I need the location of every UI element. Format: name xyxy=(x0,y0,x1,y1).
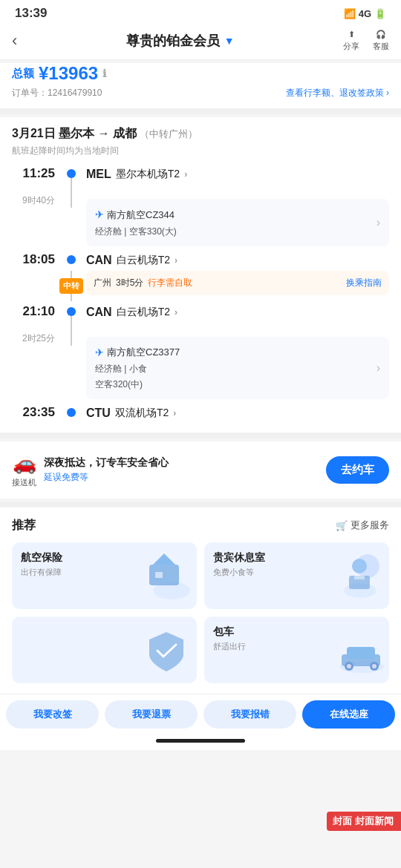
airport-mel[interactable]: MEL 墨尔本机场T2 › xyxy=(86,166,389,181)
dropdown-icon[interactable]: ▼ xyxy=(224,35,235,47)
total-amount-row: 总额 ¥13963 ℹ xyxy=(12,63,389,84)
recommend-card-lounge[interactable]: 贵宾休息室 免费小食等 xyxy=(204,542,389,609)
svg-rect-3 xyxy=(155,572,163,578)
share-button[interactable]: ⬆ 分享 xyxy=(343,30,359,52)
nav-actions: ⬆ 分享 🎧 客服 xyxy=(343,30,389,52)
car-title: 深夜抵达，订专车安全省心 xyxy=(44,456,319,470)
flight-row-cz3377: 2时25分 ✈ 南方航空CZ3377 经济舱 | 小食 空客320(中) › xyxy=(12,331,389,406)
select-seat-button[interactable]: 在线选座 xyxy=(302,700,395,729)
more-services-link[interactable]: 🛒 更多服务 xyxy=(336,519,389,532)
airline-icon2: ✈ xyxy=(95,344,104,362)
network-type: 4G xyxy=(359,8,371,19)
timeline-row-can1: 18:05 CAN 白云机场T2 › xyxy=(12,252,389,267)
flight-timeline: 11:25 MEL 墨尔本机场T2 › 9时40分 xyxy=(12,166,389,421)
car-illustration xyxy=(336,634,388,682)
insurance-illustration xyxy=(134,550,194,609)
airline-icon: ✈ xyxy=(95,206,104,224)
battery-icon: 🔋 xyxy=(374,8,386,19)
timeline-row-can2: 21:10 CAN 白云机场T2 › xyxy=(12,304,389,331)
departure-time-mel: 11:25 xyxy=(12,166,55,181)
car-icon-wrap: 🚗 接送机 xyxy=(12,452,36,488)
status-time: 13:39 xyxy=(15,6,47,21)
order-number: 订单号：12416479910 xyxy=(12,87,102,99)
route-section: 3月21日 墨尔本 → 成都 （中转广州） 航班起降时间均为当地时间 11:25… xyxy=(0,117,401,433)
home-indicator xyxy=(0,734,401,750)
share-icon: ⬆ xyxy=(348,30,355,39)
transfer-badge: 中转 xyxy=(59,278,83,294)
timeline-dot-mel xyxy=(67,169,76,178)
lounge-illustration xyxy=(334,550,386,609)
info-icon[interactable]: ℹ xyxy=(102,68,106,79)
svg-marker-2 xyxy=(153,553,175,565)
order-info-row: 订单号：12416479910 查看行李额、退改签政策 › xyxy=(12,87,389,99)
recommend-card-insurance[interactable]: 航空保险 出行有保障 xyxy=(12,542,197,609)
recommend-grid: 航空保险 出行有保障 贵宾休息室 免费小食等 xyxy=(12,542,389,683)
flight-card-cz344[interactable]: ✈ 南方航空CZ344 经济舱 | 空客330(大) › xyxy=(86,199,389,246)
status-icons: 📶 4G 🔋 xyxy=(344,8,386,19)
svg-rect-8 xyxy=(354,576,365,579)
home-bar xyxy=(156,739,245,743)
car-text: 深夜抵达，订专车安全省心 延误免费等 xyxy=(44,456,319,484)
duration-cz344: 9时40分 xyxy=(12,194,55,207)
change-ticket-button[interactable]: 我要改签 xyxy=(6,700,99,729)
airport-can2[interactable]: CAN 白云机场T2 › xyxy=(86,304,389,319)
airport-ctu[interactable]: CTU 双流机场T2 › xyxy=(86,405,389,420)
transfer-info: 广州 3时5分 行李需自取 换乘指南 xyxy=(86,271,389,295)
report-error-button[interactable]: 我要报错 xyxy=(203,700,296,729)
flight-card2-arrow: › xyxy=(376,361,380,375)
timeline-row-ctu: 23:35 CTU 双流机场T2 › xyxy=(12,405,389,420)
svg-point-7 xyxy=(352,559,367,573)
policy-link[interactable]: 查看行李额、退改签政策 › xyxy=(286,87,389,99)
car-section: 🚗 接送机 深夜抵达，订专车安全省心 延误免费等 去约车 xyxy=(0,441,401,499)
duration-cz3377: 2时25分 xyxy=(12,332,55,345)
svg-point-15 xyxy=(372,664,376,668)
recommend-title: 推荐 xyxy=(12,518,36,533)
nav-title: 尊贵的铂金会员 ▼ xyxy=(126,32,235,50)
recommend-card-shield[interactable] xyxy=(12,617,197,683)
timeline-dot-ctu xyxy=(67,408,76,417)
arrival-time-ctu: 23:35 xyxy=(12,405,55,420)
bottom-bar: 我要改签 我要退票 我要报错 在线选座 xyxy=(0,694,401,734)
airport-can1[interactable]: CAN 白云机场T2 › xyxy=(86,252,389,267)
flight-card-cz3377[interactable]: ✈ 南方航空CZ3377 经济舱 | 小食 空客320(中) › xyxy=(86,337,389,400)
watermark-prefix: 封面 xyxy=(333,815,352,828)
transfer-guide-link[interactable]: 换乘指南 xyxy=(346,277,382,289)
timeline-row-mel: 11:25 MEL 墨尔本机场T2 › xyxy=(12,166,389,193)
service-button[interactable]: 🎧 客服 xyxy=(373,30,389,52)
car-subtitle: 延误免费等 xyxy=(44,471,319,484)
timeline-dot-can2 xyxy=(67,307,76,316)
total-label: 总额 xyxy=(12,67,34,81)
cart-icon: 🛒 xyxy=(336,520,348,531)
recommend-card-charter[interactable]: 包车 舒适出行 xyxy=(204,617,389,683)
back-button[interactable]: ‹ xyxy=(12,31,17,50)
arrival-time-can1: 18:05 xyxy=(12,252,55,267)
car-label: 接送机 xyxy=(12,477,36,488)
watermark-suffix: 封面新闻 xyxy=(355,815,394,828)
nav-bar: ‹ 尊贵的铂金会员 ▼ ⬆ 分享 🎧 客服 xyxy=(0,24,401,60)
departure-time-can2: 21:10 xyxy=(12,304,55,319)
transfer-block: 中转 广州 3时5分 行李需自取 换乘指南 xyxy=(12,271,389,301)
total-value: ¥13963 xyxy=(39,63,98,84)
recommend-header: 推荐 🛒 更多服务 xyxy=(12,518,389,533)
car-icon: 🚗 xyxy=(13,452,36,475)
book-car-button[interactable]: 去约车 xyxy=(326,456,389,484)
svg-rect-1 xyxy=(149,565,179,585)
refund-ticket-button[interactable]: 我要退票 xyxy=(105,700,198,729)
order-summary: 总额 ¥13963 ℹ 订单号：12416479910 查看行李额、退改签政策 … xyxy=(0,63,401,108)
recommend-section: 推荐 🛒 更多服务 航空保险 出行有保障 贵宾休息室 免费小食等 xyxy=(0,507,401,694)
flight-card-arrow: › xyxy=(376,216,380,229)
watermark: 封面 封面新闻 xyxy=(327,812,401,831)
flight-row-cz344: 9时40分 ✈ 南方航空CZ344 经济舱 | 空客330(大) › xyxy=(12,193,389,252)
timeline-dot-can1 xyxy=(67,255,76,264)
status-bar: 13:39 📶 4G 🔋 xyxy=(0,0,401,24)
route-note: 航班起降时间均为当地时间 xyxy=(12,145,389,157)
shield-illustration xyxy=(143,628,191,680)
headphone-icon: 🎧 xyxy=(376,30,386,39)
signal-icon: 📶 xyxy=(344,8,356,19)
svg-point-13 xyxy=(347,664,351,668)
svg-rect-11 xyxy=(347,647,375,659)
route-header: 3月21日 墨尔本 → 成都 （中转广州） xyxy=(12,126,389,142)
